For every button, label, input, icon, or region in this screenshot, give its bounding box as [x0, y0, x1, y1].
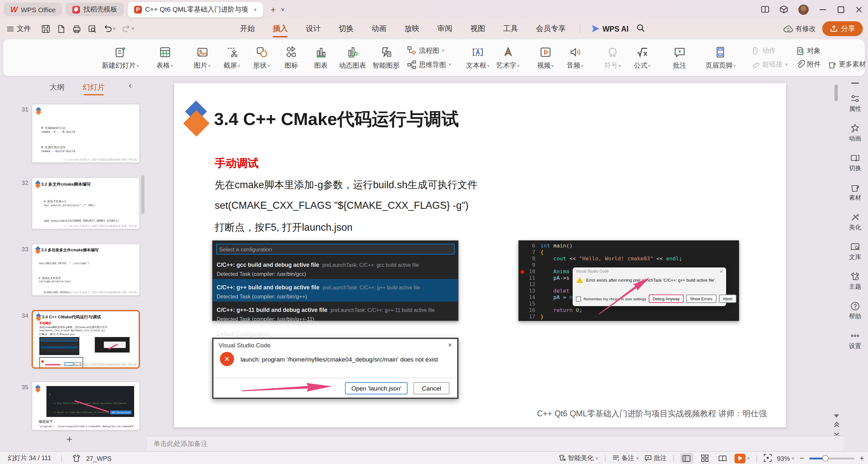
- search-button[interactable]: [636, 23, 645, 34]
- textbox-button[interactable]: 文本框˅: [463, 44, 493, 71]
- tab-tools[interactable]: 工具: [494, 19, 527, 39]
- sync-status[interactable]: 有修改: [783, 24, 816, 33]
- tab-list-chevron-icon[interactable]: ˅: [281, 6, 285, 12]
- tab-outline[interactable]: 大纲: [50, 78, 64, 95]
- play-slideshow-button[interactable]: ˅: [735, 453, 750, 463]
- chart-button[interactable]: 图表: [306, 44, 336, 71]
- workspace-cube-icon[interactable]: [780, 5, 788, 13]
- action-button[interactable]: 动作: [751, 46, 788, 56]
- sidebar-item-help[interactable]: 帮助: [849, 301, 861, 321]
- abort-button[interactable]: Abort: [719, 295, 736, 303]
- tab-membership[interactable]: 会员专享: [527, 19, 575, 39]
- export-pdf-button[interactable]: [57, 24, 66, 33]
- sidebar-item-theme[interactable]: 主题: [849, 271, 861, 291]
- sidebar-item-animation[interactable]: 动画: [849, 123, 861, 143]
- comment-button-status[interactable]: 批注: [644, 454, 667, 463]
- user-avatar[interactable]: [798, 4, 809, 14]
- tab-docer-templates[interactable]: 找稻壳模板: [66, 3, 124, 16]
- slide-sorter-view-button[interactable]: [699, 453, 711, 463]
- zoom-out-button[interactable]: −: [800, 454, 804, 463]
- print-button[interactable]: [72, 24, 81, 33]
- remember-checkbox[interactable]: [576, 296, 581, 301]
- tab-design[interactable]: 设计: [297, 19, 330, 39]
- sidebar-item-beautify[interactable]: 美化: [849, 212, 861, 232]
- print-preview-button[interactable]: [88, 24, 97, 33]
- canvas-scrollbar-thumb[interactable]: [834, 85, 838, 101]
- file-menu-button[interactable]: 文件: [6, 24, 31, 34]
- new-tab-button[interactable]: ＋: [269, 4, 277, 15]
- slide-thumbnail-34[interactable]: 3.4 C++ CMake代码运行与调试 手动调试 先在cmake脚本里添加-g…: [32, 310, 140, 369]
- redo-button[interactable]: ˅: [122, 25, 134, 33]
- collapse-sidebar-button[interactable]: [851, 82, 859, 84]
- save-button[interactable]: [41, 24, 50, 33]
- zoom-slider-thumb[interactable]: [822, 455, 829, 461]
- debug-anyway-button[interactable]: Debug Anyway: [649, 295, 684, 303]
- sidebar-item-assets[interactable]: 素材: [849, 183, 861, 202]
- open-launch-json-button[interactable]: Open 'launch.json': [345, 382, 408, 394]
- dynamic-chart-button[interactable]: 动态图表: [336, 44, 369, 71]
- tab-home[interactable]: 开始: [231, 19, 264, 39]
- panel-scrollbar-thumb[interactable]: [141, 175, 145, 214]
- maximize-button[interactable]: [837, 5, 845, 13]
- normal-view-button[interactable]: [680, 453, 693, 463]
- sidebar-item-settings[interactable]: 设置: [849, 331, 861, 351]
- header-footer-button[interactable]: 页眉页脚˅: [702, 44, 739, 71]
- wordart-button[interactable]: 艺术字˅: [493, 44, 523, 71]
- formula-button[interactable]: 公式˅: [627, 44, 657, 71]
- slide-thumbnail-32[interactable]: 3.2 多文件cmake脚本编写 # 添加子目录srcaux_source_di…: [32, 177, 140, 229]
- tab-insert[interactable]: 插入: [264, 19, 297, 39]
- scroll-down-arrow[interactable]: [832, 408, 841, 420]
- symbol-button[interactable]: 符号˅: [598, 44, 627, 71]
- object-button[interactable]: 对象: [796, 46, 868, 56]
- previous-slide-button[interactable]: [832, 419, 841, 430]
- undo-chevron-icon[interactable]: ˅: [113, 26, 116, 31]
- collapse-panel-button[interactable]: ‹: [129, 80, 131, 90]
- new-slide-button[interactable]: 新建幻灯片˅: [99, 44, 142, 71]
- share-button[interactable]: 分享: [822, 21, 863, 36]
- tab-slideshow[interactable]: 放映: [395, 19, 428, 39]
- attachment-button[interactable]: 附件: [796, 60, 820, 69]
- close-icon[interactable]: ×: [448, 341, 452, 349]
- slide-canvas[interactable]: 3.4 C++ CMake代码运行与调试 手动调试 先在cmake脚本里添加-g…: [174, 83, 786, 427]
- show-errors-button[interactable]: Show Errors: [686, 295, 716, 303]
- reading-view-button[interactable]: [716, 453, 730, 463]
- screenshot-button[interactable]: 截屏˅: [217, 44, 247, 71]
- table-button[interactable]: 表格˅: [150, 44, 180, 71]
- comment-button[interactable]: 批注: [665, 44, 694, 71]
- tab-wps-office[interactable]: W WPS Office: [4, 3, 62, 16]
- split-window-icon[interactable]: [761, 5, 769, 13]
- smart-beautify-button[interactable]: 智能美化˅: [558, 454, 598, 463]
- flowchart-button[interactable]: 流程图˅: [407, 46, 451, 56]
- fit-to-window-button[interactable]: [764, 453, 772, 463]
- slide-thumbnail-35[interactable]: { // Use IntelliSense to learn about pos…: [32, 382, 140, 430]
- tab-animation[interactable]: 动画: [363, 19, 395, 39]
- theme-name[interactable]: 27_WPS: [86, 455, 112, 462]
- shape-button[interactable]: 形状˅: [247, 44, 276, 71]
- redo-chevron-icon[interactable]: ˅: [131, 26, 134, 31]
- tab-view[interactable]: 视图: [461, 19, 494, 39]
- video-button[interactable]: 视频˅: [531, 44, 560, 71]
- tab-review[interactable]: 审阅: [428, 19, 461, 39]
- slide-thumbnail-33[interactable]: 3.3 多目录多文件cmake脚本编写 set(INCLUDE_PATH1 ".…: [32, 243, 140, 296]
- zoom-in-button[interactable]: +: [860, 454, 864, 463]
- smart-graphic-button[interactable]: 智能图形: [369, 44, 403, 71]
- hyperlink-button[interactable]: 超链接˅: [751, 60, 788, 69]
- close-icon[interactable]: ×: [720, 268, 723, 274]
- wps-ai-button[interactable]: WPS AI: [592, 25, 628, 33]
- sidebar-item-properties[interactable]: 属性: [849, 94, 861, 113]
- slide-thumbnail-31[interactable]: # 生成makefilecmake -S . -B build # 生成可执行文…: [32, 104, 140, 163]
- add-slide-button[interactable]: ＋: [64, 433, 74, 445]
- tab-presentation-document[interactable]: P C++ Qt6 QML零基础入门进阶与项 ●: [128, 2, 263, 17]
- mindmap-button[interactable]: 思维导图˅: [407, 60, 451, 70]
- icon-button[interactable]: 图标: [276, 44, 306, 71]
- zoom-slider[interactable]: [809, 457, 855, 459]
- cancel-button[interactable]: Cancel: [414, 382, 450, 394]
- notes-input-bar[interactable]: 单击此处添加备注: [147, 436, 843, 451]
- sidebar-item-library[interactable]: 文库: [849, 242, 861, 262]
- sidebar-item-transition[interactable]: 切换: [849, 153, 861, 173]
- close-button[interactable]: [855, 5, 863, 13]
- undo-button[interactable]: ˅: [103, 25, 116, 33]
- picture-button[interactable]: 图片˅: [187, 44, 217, 71]
- notes-button[interactable]: 备注˅: [612, 454, 639, 463]
- audio-button[interactable]: 音频˅: [560, 44, 590, 71]
